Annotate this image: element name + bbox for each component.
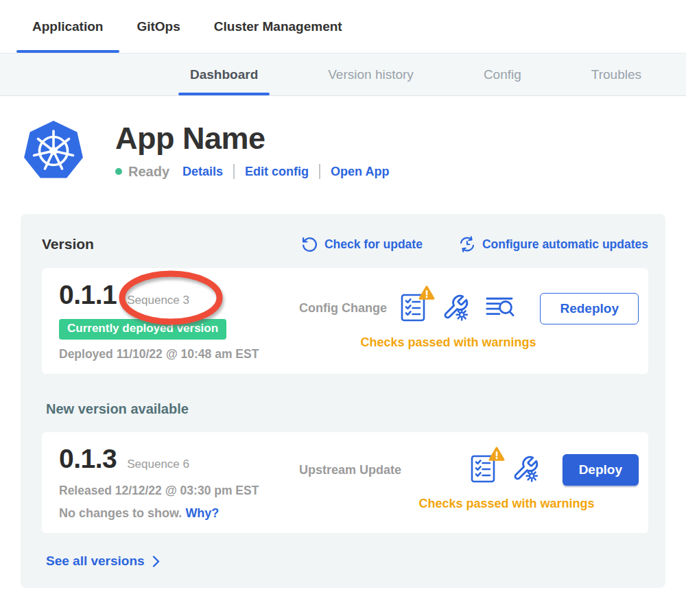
page-title: App Name: [115, 122, 389, 154]
no-changes-label: No changes to show.: [59, 506, 182, 520]
new-version-sequence: Sequence 6: [127, 458, 189, 471]
app-header: App Name Ready Details Edit config Open …: [23, 119, 686, 182]
current-version-icons: [400, 292, 517, 325]
config-wrench-icon[interactable]: [440, 294, 471, 324]
deployed-timestamp: Deployed 11/10/22 @ 10:48 am EST: [59, 347, 299, 362]
new-version-row: 0.1.3 Sequence 6: [59, 444, 299, 474]
tab-troubleshoot-label: Troubles: [591, 67, 641, 82]
configure-automatic-updates-button[interactable]: Configure automatic updates: [458, 235, 648, 253]
tab-config[interactable]: Config: [484, 54, 521, 95]
tab-application-label: Application: [32, 19, 103, 34]
current-version-sequence: Sequence 3: [127, 294, 189, 307]
new-version-info: 0.1.3 Sequence 6 Released 12/12/22 @ 03:…: [59, 444, 299, 521]
new-checks-status: Checks passed with warnings: [299, 497, 639, 511]
current-version-number: 0.1.1: [59, 280, 117, 310]
tab-dashboard-label: Dashboard: [190, 67, 258, 82]
chevron-right-icon: [152, 556, 160, 567]
config-wrench-icon[interactable]: [510, 455, 541, 485]
check-for-update-button[interactable]: Check for update: [301, 236, 423, 253]
new-version-card: 0.1.3 Sequence 6 Released 12/12/22 @ 03:…: [42, 432, 648, 533]
details-link[interactable]: Details: [182, 165, 223, 179]
current-version-info: 0.1.1 Sequence 3 Currently deployed vers…: [59, 280, 299, 362]
app-section-nav: Dashboard Version history Config Trouble…: [0, 54, 686, 96]
version-panel-actions: Check for update Configure automatic upd…: [301, 235, 648, 253]
refresh-icon: [301, 236, 318, 253]
status-label: Ready: [128, 164, 169, 180]
view-diff-icon[interactable]: [484, 296, 517, 322]
tab-dashboard[interactable]: Dashboard: [190, 54, 258, 95]
see-all-versions-link[interactable]: See all versions: [46, 554, 648, 569]
tab-config-label: Config: [484, 67, 521, 82]
open-app-link[interactable]: Open App: [331, 165, 389, 179]
app-header-text: App Name Ready Details Edit config Open …: [115, 122, 389, 179]
page: Application GitOps Cluster Management Da…: [0, 0, 686, 616]
new-version-number: 0.1.3: [59, 444, 117, 474]
new-version-icons: [470, 453, 541, 486]
kubernetes-logo-icon: [23, 119, 84, 182]
status-ready-dot-icon: [115, 168, 122, 175]
tab-application[interactable]: Application: [32, 0, 103, 53]
see-all-versions-label: See all versions: [46, 554, 145, 569]
tab-version-history-label: Version history: [328, 67, 414, 82]
tab-gitops-label: GitOps: [137, 19, 180, 34]
version-panel-header: Version Check for update: [42, 235, 648, 253]
current-version-source: Config Change: [299, 301, 387, 316]
tab-troubleshoot[interactable]: Troubles: [591, 54, 641, 95]
current-version-actions: Config Change: [299, 280, 639, 362]
redeploy-button[interactable]: Redeploy: [540, 293, 639, 324]
new-version-source: Upstream Update: [299, 463, 401, 477]
tab-version-history[interactable]: Version history: [328, 54, 414, 95]
new-version-available-heading: New version available: [46, 401, 648, 417]
tab-gitops[interactable]: GitOps: [137, 0, 180, 53]
current-version-row: 0.1.1 Sequence 3: [59, 280, 299, 310]
divider: [319, 164, 320, 179]
currently-deployed-badge: Currently deployed version: [59, 319, 226, 340]
version-panel: Version Check for update: [21, 214, 665, 588]
preflight-checks-icon[interactable]: [400, 292, 427, 325]
divider: [233, 164, 235, 179]
tab-cluster-management-label: Cluster Management: [214, 19, 342, 34]
check-for-update-label: Check for update: [324, 237, 423, 252]
edit-config-link[interactable]: Edit config: [245, 165, 309, 179]
preflight-checks-icon[interactable]: [470, 453, 497, 486]
tab-cluster-management[interactable]: Cluster Management: [214, 0, 342, 53]
warning-triangle-icon: [488, 447, 505, 462]
version-panel-title: Version: [42, 236, 94, 252]
app-status-row: Ready Details Edit config Open App: [115, 164, 389, 180]
no-changes-text: No changes to show. Why?: [59, 506, 299, 521]
why-link[interactable]: Why?: [185, 506, 219, 520]
current-version-card: 0.1.1 Sequence 3 Currently deployed vers…: [42, 268, 648, 374]
primary-nav: Application GitOps Cluster Management: [0, 0, 686, 54]
released-timestamp: Released 12/12/22 @ 03:30 pm EST: [59, 484, 299, 498]
schedule-sync-icon: [458, 235, 476, 253]
configure-automatic-updates-label: Configure automatic updates: [482, 237, 648, 252]
new-version-actions: Upstream Update: [299, 444, 639, 521]
current-checks-status: Checks passed with warnings: [299, 335, 639, 350]
warning-triangle-icon: [418, 285, 435, 300]
deploy-button[interactable]: Deploy: [563, 454, 639, 486]
